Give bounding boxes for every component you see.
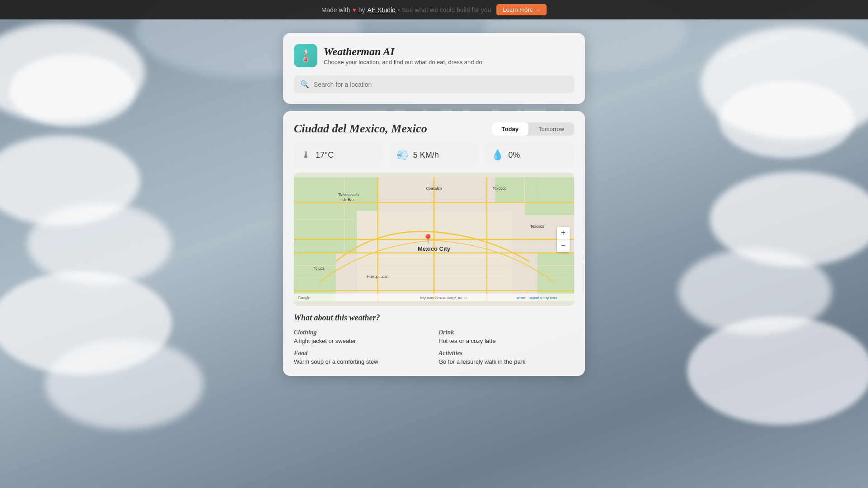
topbar-separator: • See what we could build for you	[398, 6, 491, 14]
made-with-label: Made with	[321, 6, 350, 14]
learn-more-button[interactable]: Learn more →	[496, 4, 547, 15]
made-with-text: Made with ♥ by AE Studio • See what we c…	[321, 6, 491, 14]
activities-value: Go for a leisurely walk in the park	[439, 358, 574, 365]
clothing-label: Clothing	[294, 329, 429, 336]
by-label: by	[359, 6, 365, 14]
map-svg: Mexico City Tlalnepantla de Baz Coacalco…	[294, 173, 574, 306]
svg-text:Map data ©2024 Google, INEGI: Map data ©2024 Google, INEGI	[420, 296, 467, 300]
search-icon: 🔍	[300, 80, 309, 89]
food-label: Food	[294, 350, 429, 357]
svg-text:Texcoco: Texcoco	[492, 186, 506, 191]
heart-icon: ♥	[352, 6, 356, 14]
svg-text:Terms: Terms	[516, 296, 525, 300]
temperature-icon: 🌡	[301, 149, 311, 161]
temperature-value: 17°C	[316, 150, 334, 160]
humidity-stat: 💧 0%	[484, 143, 574, 167]
search-bar[interactable]: 🔍	[294, 75, 574, 93]
wind-value: 5 KM/h	[413, 150, 439, 160]
weather-section: Ciudad del Mexico, Mexico Today Tomorrow…	[283, 111, 585, 376]
svg-text:Tlalnepantla: Tlalnepantla	[338, 192, 359, 197]
svg-text:Mexico City: Mexico City	[418, 245, 451, 252]
city-name: Ciudad del Mexico, Mexico	[294, 122, 427, 136]
svg-text:📍: 📍	[423, 234, 434, 245]
activities-advice: Activities Go for a leisurely walk in th…	[439, 350, 574, 365]
food-advice: Food Warm soup or a comforting stew	[294, 350, 429, 365]
svg-text:Toluca: Toluca	[314, 266, 325, 271]
advice-grid: Clothing A light jacket or sweater Drink…	[294, 329, 574, 365]
ae-studio-link[interactable]: AE Studio	[368, 6, 396, 14]
wind-stat: 💨 5 KM/h	[389, 143, 479, 167]
app-header-card: 🌡️ Weatherman AI Choose your location, a…	[283, 33, 585, 104]
zoom-in-button[interactable]: +	[557, 227, 570, 239]
clothing-advice: Clothing A light jacket or sweater	[294, 329, 429, 344]
topbar: Made with ♥ by AE Studio • See what we c…	[0, 0, 868, 19]
svg-text:Report a map error: Report a map error	[529, 296, 557, 300]
humidity-value: 0%	[508, 150, 520, 160]
svg-text:Coacalco: Coacalco	[426, 186, 442, 191]
main-container: 🌡️ Weatherman AI Choose your location, a…	[0, 19, 868, 488]
temperature-stat: 🌡 17°C	[294, 143, 384, 167]
advice-section: What about this weather? Clothing A ligh…	[294, 313, 574, 365]
drink-value: Hot tea or a cozy latte	[439, 338, 574, 344]
search-input[interactable]	[314, 81, 568, 88]
map-zoom-controls: + −	[557, 227, 570, 252]
clothing-value: A light jacket or sweater	[294, 338, 429, 344]
advice-heading: What about this weather?	[294, 313, 574, 323]
wind-icon: 💨	[396, 149, 409, 161]
weather-header: Ciudad del Mexico, Mexico Today Tomorrow	[294, 122, 574, 136]
zoom-out-button[interactable]: −	[557, 239, 570, 252]
svg-text:Texcoco: Texcoco	[530, 224, 544, 229]
svg-text:de Baz: de Baz	[343, 197, 354, 202]
svg-text:Google: Google	[298, 296, 310, 300]
app-subtitle: Choose your location, and find out what …	[324, 59, 482, 66]
humidity-icon: 💧	[491, 149, 504, 161]
app-title: Weatherman AI	[324, 46, 482, 58]
food-value: Warm soup or a comforting stew	[294, 358, 429, 365]
day-toggle: Today Tomorrow	[492, 122, 574, 136]
drink-advice: Drink Hot tea or a cozy latte	[439, 329, 574, 344]
today-button[interactable]: Today	[492, 122, 528, 136]
weather-stats: 🌡 17°C 💨 5 KM/h 💧 0%	[294, 143, 574, 167]
activities-label: Activities	[439, 350, 574, 357]
app-title-block: Weatherman AI Choose your location, and …	[324, 46, 482, 66]
svg-text:Huixquilucan: Huixquilucan	[367, 274, 389, 279]
app-header: 🌡️ Weatherman AI Choose your location, a…	[294, 44, 574, 67]
drink-label: Drink	[439, 329, 574, 336]
map-container: Mexico City Tlalnepantla de Baz Coacalco…	[294, 173, 574, 306]
tomorrow-button[interactable]: Tomorrow	[528, 122, 574, 136]
app-icon: 🌡️	[294, 44, 317, 67]
